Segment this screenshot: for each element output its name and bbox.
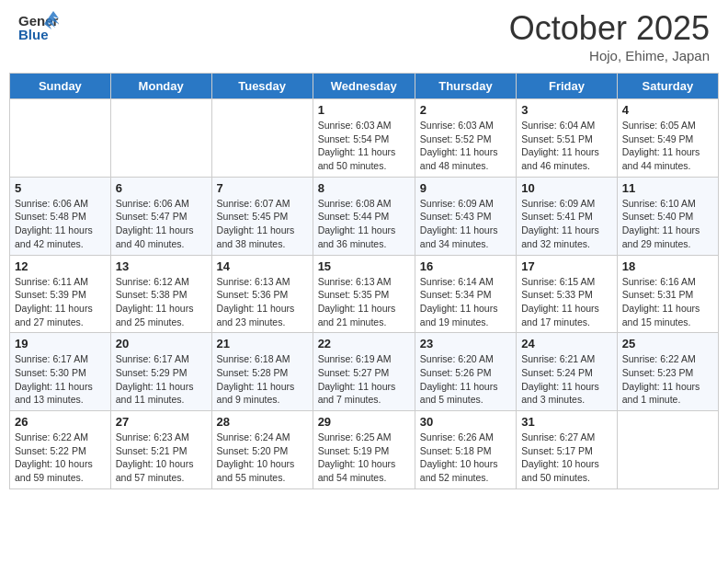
- daylight-text: Daylight: 11 hours and 7 minutes.: [318, 381, 396, 406]
- sunrise-text: Sunrise: 6:05 AM: [622, 120, 696, 131]
- sunset-text: Sunset: 5:44 PM: [318, 211, 390, 222]
- sunset-text: Sunset: 5:41 PM: [521, 211, 593, 222]
- day-number: 29: [318, 415, 410, 429]
- calendar-cell: [617, 411, 718, 489]
- week-row-2: 5Sunrise: 6:06 AMSunset: 5:48 PMDaylight…: [10, 177, 719, 255]
- sunrise-text: Sunrise: 6:25 AM: [318, 431, 392, 442]
- day-number: 31: [521, 415, 612, 429]
- day-number: 13: [116, 259, 207, 273]
- sunset-text: Sunset: 5:47 PM: [116, 211, 188, 222]
- sunrise-text: Sunrise: 6:24 AM: [217, 431, 290, 442]
- weekday-header-friday: Friday: [517, 74, 618, 99]
- cell-info: Sunrise: 6:12 AMSunset: 5:38 PMDaylight:…: [116, 275, 207, 329]
- sunrise-text: Sunrise: 6:09 AM: [521, 198, 595, 209]
- cell-info: Sunrise: 6:19 AMSunset: 5:27 PMDaylight:…: [318, 352, 410, 407]
- sunrise-text: Sunrise: 6:20 AM: [420, 353, 494, 364]
- cell-info: Sunrise: 6:09 AMSunset: 5:41 PMDaylight:…: [521, 197, 612, 251]
- daylight-text: Daylight: 11 hours and 11 minutes.: [116, 381, 194, 406]
- day-number: 23: [420, 337, 511, 350]
- sunrise-text: Sunrise: 6:08 AM: [318, 198, 392, 209]
- sunset-text: Sunset: 5:34 PM: [420, 289, 492, 300]
- calendar-cell: 8Sunrise: 6:08 AMSunset: 5:44 PMDaylight…: [313, 177, 415, 255]
- calendar-cell: 14Sunrise: 6:13 AMSunset: 5:36 PMDayligh…: [211, 255, 313, 333]
- day-number: 7: [217, 181, 308, 195]
- calendar-cell: 10Sunrise: 6:09 AMSunset: 5:41 PMDayligh…: [517, 177, 618, 255]
- daylight-text: Daylight: 11 hours and 19 minutes.: [420, 303, 498, 327]
- sunset-text: Sunset: 5:45 PM: [217, 211, 289, 222]
- cell-info: Sunrise: 6:16 AMSunset: 5:31 PMDaylight:…: [622, 275, 713, 329]
- day-number: 3: [521, 103, 612, 117]
- calendar-cell: 21Sunrise: 6:18 AMSunset: 5:28 PMDayligh…: [211, 333, 313, 411]
- cell-info: Sunrise: 6:18 AMSunset: 5:28 PMDaylight:…: [217, 352, 308, 407]
- cell-info: Sunrise: 6:23 AMSunset: 5:21 PMDaylight:…: [116, 431, 207, 485]
- daylight-text: Daylight: 11 hours and 36 minutes.: [318, 224, 396, 249]
- day-number: 6: [116, 181, 207, 195]
- calendar-cell: 1Sunrise: 6:03 AMSunset: 5:54 PMDaylight…: [313, 99, 415, 178]
- sunset-text: Sunset: 5:28 PM: [217, 367, 289, 378]
- daylight-text: Daylight: 10 hours and 57 minutes.: [116, 458, 194, 483]
- sunrise-text: Sunrise: 6:21 AM: [521, 353, 595, 364]
- daylight-text: Daylight: 11 hours and 1 minute.: [622, 381, 700, 406]
- cell-info: Sunrise: 6:08 AMSunset: 5:44 PMDaylight:…: [318, 197, 410, 251]
- calendar-cell: 13Sunrise: 6:12 AMSunset: 5:38 PMDayligh…: [110, 255, 211, 333]
- calendar-cell: 16Sunrise: 6:14 AMSunset: 5:34 PMDayligh…: [415, 255, 516, 333]
- day-number: 25: [622, 337, 713, 350]
- cell-info: Sunrise: 6:17 AMSunset: 5:30 PMDaylight:…: [15, 352, 106, 407]
- cell-info: Sunrise: 6:06 AMSunset: 5:47 PMDaylight:…: [116, 197, 207, 251]
- logo-icon: General Blue: [18, 9, 59, 42]
- week-row-1: 1Sunrise: 6:03 AMSunset: 5:54 PMDaylight…: [10, 99, 719, 178]
- svg-text:Blue: Blue: [18, 27, 49, 42]
- daylight-text: Daylight: 10 hours and 52 minutes.: [420, 458, 498, 483]
- calendar-cell: 19Sunrise: 6:17 AMSunset: 5:30 PMDayligh…: [10, 333, 111, 411]
- daylight-text: Daylight: 11 hours and 15 minutes.: [622, 303, 700, 327]
- cell-info: Sunrise: 6:24 AMSunset: 5:20 PMDaylight:…: [217, 431, 308, 485]
- sunrise-text: Sunrise: 6:10 AM: [622, 198, 696, 209]
- sunrise-text: Sunrise: 6:03 AM: [318, 120, 392, 131]
- daylight-text: Daylight: 11 hours and 13 minutes.: [15, 381, 93, 406]
- month-title: October 2025: [509, 9, 710, 48]
- sunrise-text: Sunrise: 6:22 AM: [622, 353, 696, 364]
- sunrise-text: Sunrise: 6:13 AM: [318, 276, 392, 287]
- calendar-table: SundayMondayTuesdayWednesdayThursdayFrid…: [9, 73, 719, 489]
- calendar-cell: 17Sunrise: 6:15 AMSunset: 5:33 PMDayligh…: [517, 255, 618, 333]
- sunrise-text: Sunrise: 6:18 AM: [217, 353, 290, 364]
- daylight-text: Daylight: 11 hours and 25 minutes.: [116, 303, 194, 327]
- day-number: 24: [521, 337, 612, 350]
- weekday-header-sunday: Sunday: [10, 74, 111, 99]
- location-title: Hojo, Ehime, Japan: [509, 48, 710, 63]
- sunset-text: Sunset: 5:23 PM: [622, 367, 694, 378]
- cell-info: Sunrise: 6:07 AMSunset: 5:45 PMDaylight:…: [217, 197, 308, 251]
- sunset-text: Sunset: 5:38 PM: [116, 289, 188, 300]
- day-number: 4: [622, 103, 713, 117]
- calendar-cell: 27Sunrise: 6:23 AMSunset: 5:21 PMDayligh…: [110, 411, 211, 489]
- daylight-text: Daylight: 11 hours and 44 minutes.: [622, 146, 700, 171]
- sunset-text: Sunset: 5:49 PM: [622, 133, 694, 144]
- day-number: 21: [217, 337, 308, 350]
- day-number: 15: [318, 259, 410, 273]
- cell-info: Sunrise: 6:22 AMSunset: 5:23 PMDaylight:…: [622, 352, 713, 407]
- sunset-text: Sunset: 5:17 PM: [521, 445, 593, 456]
- day-number: 19: [15, 337, 106, 350]
- title-block: October 2025 Hojo, Ehime, Japan: [509, 9, 710, 63]
- day-number: 9: [420, 181, 511, 195]
- daylight-text: Daylight: 11 hours and 29 minutes.: [622, 224, 700, 249]
- calendar-cell: 4Sunrise: 6:05 AMSunset: 5:49 PMDaylight…: [617, 99, 718, 178]
- day-number: 5: [15, 181, 106, 195]
- calendar-cell: [211, 99, 313, 178]
- cell-info: Sunrise: 6:03 AMSunset: 5:52 PMDaylight:…: [420, 119, 511, 173]
- week-row-3: 12Sunrise: 6:11 AMSunset: 5:39 PMDayligh…: [10, 255, 719, 333]
- day-number: 2: [420, 103, 511, 117]
- calendar-cell: 22Sunrise: 6:19 AMSunset: 5:27 PMDayligh…: [313, 333, 415, 411]
- calendar-cell: 6Sunrise: 6:06 AMSunset: 5:47 PMDaylight…: [110, 177, 211, 255]
- day-number: 12: [15, 259, 106, 273]
- cell-info: Sunrise: 6:09 AMSunset: 5:43 PMDaylight:…: [420, 197, 511, 251]
- calendar-cell: 28Sunrise: 6:24 AMSunset: 5:20 PMDayligh…: [211, 411, 313, 489]
- sunset-text: Sunset: 5:19 PM: [318, 445, 390, 456]
- daylight-text: Daylight: 10 hours and 59 minutes.: [15, 458, 93, 483]
- sunset-text: Sunset: 5:48 PM: [15, 211, 86, 222]
- calendar-cell: 11Sunrise: 6:10 AMSunset: 5:40 PMDayligh…: [617, 177, 718, 255]
- weekday-header-thursday: Thursday: [415, 74, 516, 99]
- daylight-text: Daylight: 11 hours and 50 minutes.: [318, 146, 396, 171]
- sunset-text: Sunset: 5:26 PM: [420, 367, 492, 378]
- sunrise-text: Sunrise: 6:22 AM: [15, 431, 88, 442]
